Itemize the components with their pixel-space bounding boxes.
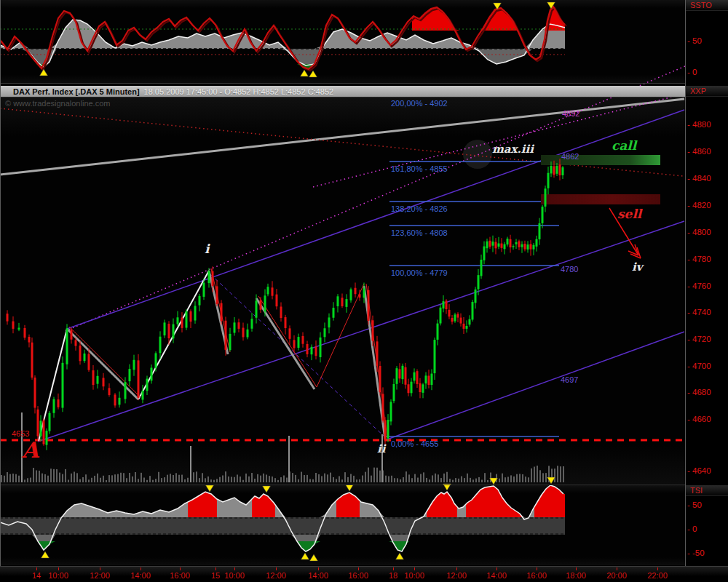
panel-divider [0, 485, 685, 485]
window-left-edge [0, 0, 1, 566]
time-axis-tick [657, 567, 658, 570]
price-axis-label: - 0 [687, 525, 697, 533]
time-axis-tick [100, 567, 100, 570]
price-axis-label: - 4740 [687, 308, 711, 316]
time-axis-tick [180, 567, 181, 570]
time-axis-tick [215, 567, 216, 570]
time-axis-tick [141, 567, 141, 570]
price-axis-label: - 4880 [687, 120, 711, 129]
instrument-title: DAX Perf. Index [.DAX 5 Minuten] [13, 87, 140, 96]
time-axis-tick [393, 567, 394, 570]
time-axis-tick [58, 567, 59, 570]
ohlc-readout: 18.05.2009 17:45:00 - O:4852 H:4852 L:48… [144, 87, 334, 96]
time-axis-label: 16:00 [526, 571, 547, 580]
time-axis-label: 10:00 [48, 571, 68, 580]
time-axis-tick [358, 567, 359, 570]
price-axis-label: - 4840 [687, 174, 711, 183]
time-axis-label: 18:00 [566, 571, 586, 580]
time-axis-label: 15 [211, 571, 220, 580]
price-axis-label: - 4760 [687, 282, 711, 290]
time-axis-label: 18 [389, 571, 397, 580]
price-axis-label: - 4720 [687, 335, 711, 343]
time-axis-label: 10:00 [404, 571, 424, 580]
time-axis-label: 10:00 [224, 571, 245, 580]
time-axis-tick [318, 567, 319, 570]
time-axis-tick [576, 567, 577, 570]
time-axis-label: 12:00 [266, 571, 286, 580]
price-axis-label: - 4680 [687, 388, 711, 396]
price-axis-label: - 4700 [687, 362, 711, 370]
time-axis-label: 14:00 [308, 571, 328, 580]
time-axis-label: 12:00 [90, 571, 110, 580]
time-axis-label: 16:00 [348, 571, 368, 580]
price-axis-label: - 50 [687, 501, 702, 509]
price-axis-label: - 4860 [687, 147, 711, 156]
time-axis-tick [36, 567, 37, 570]
price-axis-label: - 4780 [687, 255, 711, 263]
trading-app-window: © www.tradesignalonline.com DAX Perf. In… [0, 0, 728, 582]
time-axis-tick [537, 567, 537, 570]
price-axis-label: - 4820 [687, 201, 711, 210]
time-axis-tick [234, 567, 235, 570]
time-axis-tick [496, 567, 497, 570]
price-axis-label: - 0 [687, 68, 697, 76]
price-axis-label: - 4640 [687, 466, 711, 475]
time-axis-tick [276, 567, 277, 570]
time-axis-tick [456, 567, 457, 570]
time-axis-label: 20:00 [606, 571, 627, 580]
price-axis-label: - 50 [687, 36, 702, 45]
time-axis-label: 14:00 [130, 571, 151, 580]
price-axis-label: - 4800 [687, 228, 711, 236]
time-axis-tick [617, 567, 617, 570]
time-axis-tick [414, 567, 415, 570]
price-axis-column[interactable]: SSTOXXPTSI- 50- 0- 4880- 4860- 4840- 482… [685, 0, 728, 582]
panel-divider [0, 83, 685, 84]
time-axis-label: 22:00 [647, 571, 668, 580]
axis-pane-label: TSI [686, 485, 728, 496]
axis-pane-label: SSTO [686, 0, 728, 11]
time-axis-label: 14:00 [486, 571, 507, 580]
price-axis-label: - -50 [687, 549, 705, 557]
price-axis-label: - 4660 [687, 415, 711, 423]
time-axis-label: 14 [32, 571, 41, 580]
time-axis-label: 12:00 [446, 571, 467, 580]
time-axis-label: 16:00 [170, 571, 190, 580]
axis-pane-label: XXP [686, 86, 728, 97]
chart-title-bar[interactable]: DAX Perf. Index [.DAX 5 Minuten] 18.05.2… [0, 86, 685, 97]
time-axis[interactable]: 1410:0012:0014:0016:001510:0012:0014:001… [0, 566, 728, 582]
copyright-watermark: © www.tradesignalonline.com [5, 99, 110, 108]
